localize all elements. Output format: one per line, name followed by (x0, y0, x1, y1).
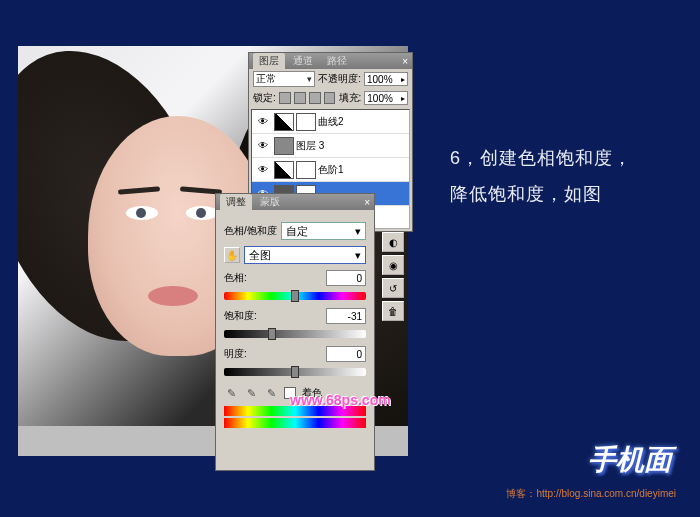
tool-button[interactable]: ◐ (382, 232, 404, 252)
tab-paths[interactable]: 路径 (321, 53, 353, 69)
eye (186, 206, 218, 220)
light-label: 明度: (224, 347, 247, 361)
slider-thumb[interactable] (291, 366, 299, 378)
watermark: www.68ps.com (290, 392, 391, 408)
layer-thumb (274, 113, 294, 131)
sat-slider[interactable] (224, 330, 366, 338)
visibility-eye-icon[interactable]: 👁 (255, 162, 271, 178)
sat-value: -31 (348, 311, 362, 322)
range-value: 全图 (249, 248, 271, 263)
light-input[interactable]: 0 (326, 346, 366, 362)
panel-titlebar[interactable]: 调整 蒙版 × (216, 194, 374, 210)
layer-name: 图层 3 (296, 139, 324, 153)
sat-label: 饱和度: (224, 309, 257, 323)
hand-icon[interactable]: ✋ (224, 247, 240, 263)
layer-name: 色阶1 (318, 163, 344, 177)
opacity-input[interactable]: 100% (364, 72, 408, 86)
close-icon[interactable]: × (364, 197, 370, 208)
logo: 手机面 (588, 441, 672, 479)
hsl-panel: 调整 蒙版 × 色相/饱和度 自定 ✋ 全图 色相:0 饱和度:-31 明度:0… (215, 193, 375, 471)
lock-position-icon[interactable] (309, 92, 321, 104)
credit-label: 博客： (506, 488, 536, 499)
slider-thumb[interactable] (291, 290, 299, 302)
layer-item[interactable]: 👁 图层 3 (252, 134, 409, 158)
credit: 博客：http://blog.sina.com.cn/dieyimei (506, 487, 676, 501)
opacity-label: 不透明度: (318, 72, 361, 86)
side-tools: ◐ ◉ ↺ 🗑 (378, 232, 408, 321)
tab-layers[interactable]: 图层 (253, 53, 285, 69)
fill-label: 填充: (339, 91, 362, 105)
slider-thumb[interactable] (268, 328, 276, 340)
close-icon[interactable]: × (402, 56, 408, 67)
eyedropper-sub-icon[interactable]: ✎ (264, 386, 278, 400)
credit-url: http://blog.sina.com.cn/dieyimei (536, 488, 676, 499)
fill-input[interactable]: 100% (364, 91, 408, 105)
lock-paint-icon[interactable] (294, 92, 306, 104)
tool-button[interactable]: ◉ (382, 255, 404, 275)
tab-adjust[interactable]: 调整 (220, 194, 252, 210)
lock-transparent-icon[interactable] (279, 92, 291, 104)
hue-strip (224, 418, 366, 428)
hue-slider[interactable] (224, 292, 366, 300)
layer-mask-thumb (296, 161, 316, 179)
lock-label: 锁定: (253, 91, 276, 105)
tool-button[interactable]: 🗑 (382, 301, 404, 321)
hsl-title: 色相/饱和度 (224, 224, 277, 238)
light-slider[interactable] (224, 368, 366, 376)
instruction-line: 6，创建色相饱和度， (450, 140, 632, 176)
layer-thumb (274, 137, 294, 155)
visibility-eye-icon[interactable]: 👁 (255, 138, 271, 154)
instruction-line: 降低饱和度，如图 (450, 176, 632, 212)
hue-label: 色相: (224, 271, 247, 285)
eyedropper-icon[interactable]: ✎ (224, 386, 238, 400)
preset-select[interactable]: 自定 (281, 222, 366, 240)
sat-input[interactable]: -31 (326, 308, 366, 324)
layer-thumb (274, 161, 294, 179)
blend-mode-select[interactable]: 正常 (253, 71, 315, 87)
range-select[interactable]: 全图 (244, 246, 366, 264)
layer-item[interactable]: 👁 曲线2 (252, 110, 409, 134)
tool-button[interactable]: ↺ (382, 278, 404, 298)
tab-channels[interactable]: 通道 (287, 53, 319, 69)
hue-input[interactable]: 0 (326, 270, 366, 286)
tab-mask[interactable]: 蒙版 (254, 194, 286, 210)
visibility-eye-icon[interactable]: 👁 (255, 114, 271, 130)
instruction-text: 6，创建色相饱和度， 降低饱和度，如图 (450, 140, 632, 212)
hue-value: 0 (356, 273, 362, 284)
preset-value: 自定 (286, 224, 308, 239)
lips (148, 286, 198, 306)
blend-mode-value: 正常 (256, 72, 276, 86)
panel-titlebar[interactable]: 图层 通道 路径 × (249, 53, 412, 69)
layer-name: 曲线2 (318, 115, 344, 129)
eyedropper-add-icon[interactable]: ✎ (244, 386, 258, 400)
lock-all-icon[interactable] (324, 92, 336, 104)
fill-value: 100% (367, 93, 393, 104)
opacity-value: 100% (367, 74, 393, 85)
eye (126, 206, 158, 220)
layer-mask-thumb (296, 113, 316, 131)
light-value: 0 (356, 349, 362, 360)
layer-item[interactable]: 👁 色阶1 (252, 158, 409, 182)
